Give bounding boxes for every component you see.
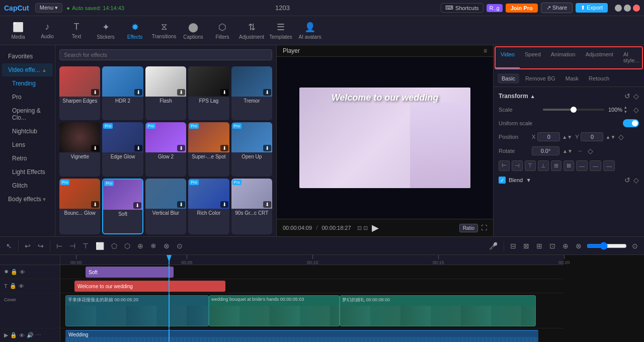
x-input[interactable] [537,132,560,141]
y-input[interactable] [581,132,603,141]
sidebar-item-body-effects[interactable]: Body effects ▼ [2,193,53,206]
play-icon-audio[interactable]: ▶ [4,332,8,338]
effect-card-glow2[interactable]: Pro ⬇ Glow 2 [145,122,186,176]
tool-ai-avatars[interactable]: 👤 AI avatars [296,18,324,43]
lock-icon-effect[interactable]: 🔒 [11,269,18,275]
play-button[interactable]: ▶ [372,222,379,233]
tab-adjustment[interactable]: Adjustment [581,47,618,68]
cursor-tool[interactable]: ↖ [4,241,14,251]
align-extra1-button[interactable]: — [576,160,588,171]
tool-stickers[interactable]: ✦ Stickers [92,18,120,43]
sidebar-item-retro[interactable]: Retro [2,152,53,165]
effect-card-open_up[interactable]: Pro ⬇ Open Up [231,122,272,176]
subtab-retouch[interactable]: Retouch [585,73,613,83]
video-clip-3[interactable]: 梦幻的婚礼 00:00:08:00 [340,295,536,326]
sidebar-item-trending[interactable]: Trending [2,77,53,90]
join-pro-button[interactable]: Join Pro [506,4,538,13]
split2-button[interactable]: ⊣ [67,241,77,251]
eye-icon-audio[interactable]: 👁 [19,332,25,338]
timeline-main[interactable]: 00:00 00:05 00:10 00:15 00:20 [60,255,644,342]
color-button[interactable]: ⊙ [175,241,185,251]
keyframe-button[interactable]: ◇ [633,92,639,100]
freeze-button[interactable]: ❄ [148,241,158,251]
shortcuts-button[interactable]: ⌨ Shortcuts [441,3,483,13]
sidebar-item-video-effects[interactable]: Video effe... ▲ [2,63,53,76]
pip-button[interactable]: ⊡ [547,241,557,251]
more-icon-audio[interactable]: ⋯ [36,332,41,338]
tool-captions[interactable]: ⬤ Captions [179,18,207,43]
frame-button[interactable]: ⬡ [122,241,132,251]
tool-transitions[interactable]: ⧖ Transitions [150,18,178,43]
effect-card-rich_color[interactable]: Pro ⬇ Rich Color [188,179,229,234]
blend-keyframe-button[interactable]: ◇ [633,176,639,184]
text-clip[interactable]: Welcome to our wedding [74,281,225,292]
effect-card-sharpen_edges[interactable]: ⬇ Sharpen Edges [59,66,100,120]
effect-card-fps_lag[interactable]: ⬇ FPS Lag [188,66,229,120]
eye-icon-text[interactable]: 👁 [19,283,24,289]
fullscreen-button[interactable]: ⛶ [481,224,487,231]
search-input[interactable] [59,49,272,60]
video-clip-2[interactable]: wedding bouquet at bride's hands 00:00:0… [209,295,340,326]
subtab-basic[interactable]: Basic [498,73,519,83]
audio-clip[interactable]: Wedding [65,330,538,342]
tool-filters[interactable]: ⬡ Filters [208,18,236,43]
sidebar-item-light-effects[interactable]: Light Effects [2,165,53,179]
sidebar-item-pro[interactable]: Pro [2,91,53,104]
tool-templates[interactable]: ☰ Templates [267,18,295,43]
tab-animation[interactable]: Animation [546,47,581,68]
blend-dropdown[interactable]: ▼ [526,177,531,183]
tool-audio[interactable]: ♪ Audio [33,18,61,43]
lock-icon-audio[interactable]: 🔒 [10,332,17,338]
tab-ai-style[interactable]: AI style... [618,47,644,68]
download-icon[interactable]: ⬇ [133,202,141,209]
soft-clip[interactable]: Soft [86,267,174,278]
crop-button[interactable]: ⬜ [94,241,106,251]
tab-speed[interactable]: Speed [520,47,546,68]
align-bottom-button[interactable]: ⊠ [564,160,574,171]
align-right-button[interactable]: ⊤ [525,160,536,171]
effect-card-vignette[interactable]: ⬇ Vignette [59,122,100,176]
stabilize-button[interactable]: ⊕ [135,241,145,251]
rotate-keyframe-button[interactable]: ◇ [588,147,593,155]
align-left-button[interactable]: ⊢ [499,160,510,171]
uniform-scale-toggle[interactable] [623,119,639,127]
download-icon[interactable]: ⬇ [263,201,271,208]
effect-card-super_spot[interactable]: Pro ⬇ Super-...e Spot [188,122,229,176]
freeze-frame-button[interactable]: ⊗ [574,241,584,251]
mic-button[interactable]: 🎤 [487,241,500,251]
download-icon[interactable]: ⬇ [91,201,99,208]
align-top-button[interactable]: ⊥ [538,160,549,171]
align-extra2-button[interactable]: — [590,160,601,171]
download-icon[interactable]: ⬇ [177,145,185,151]
rotate-input[interactable] [532,146,559,155]
download-icon[interactable]: ⬇ [177,201,185,208]
blend-checkbox[interactable]: ✓ [499,177,506,184]
sidebar-item-lens[interactable]: Lens [2,138,53,151]
export-button[interactable]: ⬆ Export [576,3,608,13]
subtab-remove-bg[interactable]: Remove BG [521,73,559,83]
effect-card-soft[interactable]: Pro ⬇ Soft [102,179,143,234]
align-center-v-button[interactable]: ⊞ [551,160,561,171]
reset-transform-button[interactable]: ↺ [624,92,630,100]
sidebar-item-favorites[interactable]: Favorites [2,50,53,63]
undo-button[interactable]: ↩ [23,241,33,251]
redo-button[interactable]: ↪ [36,241,46,251]
scale-slider[interactable] [543,109,604,111]
blend-reset-button[interactable]: ↺ [624,176,630,184]
download-icon[interactable]: ⬇ [134,145,142,151]
pro-badge[interactable]: R..g [487,4,503,12]
download-icon[interactable]: ⬇ [220,89,228,96]
split3-button[interactable]: ⊤ [80,241,91,251]
download-icon[interactable]: ⬇ [134,89,142,96]
split-button[interactable]: ⊢ [54,241,64,251]
clip-merge-button[interactable]: ⊞ [534,241,544,251]
y-stepper[interactable]: ▲▼ [605,134,615,140]
zoom-slider[interactable] [587,242,627,250]
player-menu-icon[interactable]: ≡ [484,47,487,54]
volume-icon-audio[interactable]: 🔊 [27,332,34,338]
video-clip-1[interactable]: 手拿捧花慢慢走的新娘 00:00:05:20 [65,295,209,326]
ratio-button[interactable]: Ratio [459,224,478,232]
tool-adjustment[interactable]: ⇅ Adjustment [237,18,266,43]
sidebar-item-nightclub[interactable]: Nightclub [2,125,53,138]
playhead[interactable] [169,255,170,265]
